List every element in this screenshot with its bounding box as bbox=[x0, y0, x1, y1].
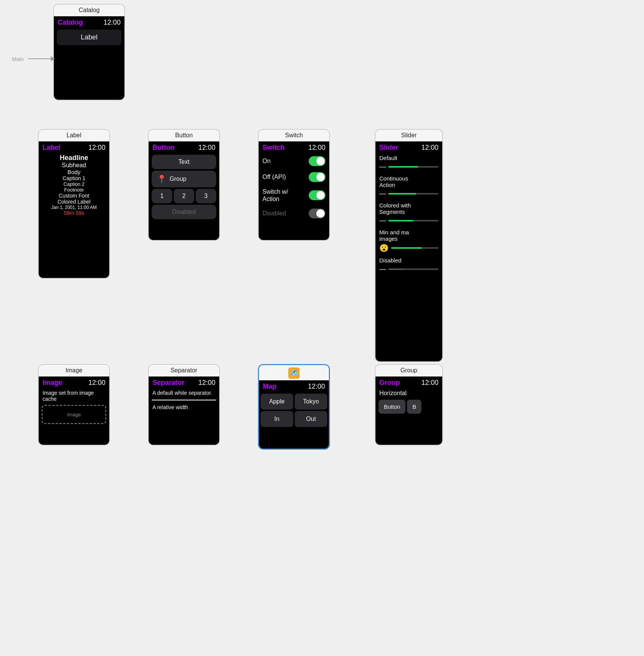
group-btn-button[interactable]: Button bbox=[379, 400, 405, 414]
catalog-label-item: Label bbox=[81, 33, 97, 41]
slider-app-name: Slider bbox=[379, 144, 398, 152]
switch-frame: Switch Switch 12:00 On Off (API) Switch … bbox=[258, 129, 330, 241]
slider-time: 12:00 bbox=[421, 144, 438, 152]
switch-on-row: On bbox=[259, 153, 329, 169]
map-time: 12:00 bbox=[308, 383, 325, 391]
switch-app-name: Switch bbox=[262, 144, 284, 152]
separator-app-name: Separator bbox=[152, 379, 184, 387]
group-time: 12:00 bbox=[421, 379, 438, 387]
image-text: Image set from image cache bbox=[39, 388, 109, 403]
label-date: Jan 1, 2001, 11:00 AM bbox=[42, 205, 105, 210]
slider-disabled-minus: — bbox=[379, 265, 386, 273]
slider-default-track[interactable] bbox=[388, 166, 438, 168]
slider-colored-row: Colored withSegments — bbox=[375, 201, 442, 228]
group-btn-row: Button B bbox=[375, 398, 442, 415]
group-title: Group bbox=[375, 365, 442, 377]
slider-minmax-row: Min and maimages 😮 bbox=[375, 228, 442, 256]
switch-off-toggle[interactable] bbox=[309, 172, 325, 182]
group-label: Horizontal bbox=[375, 388, 442, 398]
switch-on-label: On bbox=[262, 158, 270, 165]
separator-text1: A default white separator. bbox=[149, 388, 219, 397]
slider-colored-label: Colored withSegments bbox=[379, 202, 438, 215]
switch-time: 12:00 bbox=[308, 144, 325, 152]
label-colored: Colored Label bbox=[42, 199, 105, 205]
group-frame: Group Group 12:00 Horizontal Button B bbox=[375, 364, 443, 446]
button-num-2[interactable]: 2 bbox=[174, 189, 194, 203]
map-btn-in[interactable]: In bbox=[261, 411, 293, 427]
slider-colored-track[interactable] bbox=[388, 220, 438, 221]
label-app-name: Label bbox=[42, 144, 60, 152]
label-caption1: Caption 1 bbox=[42, 175, 105, 181]
slider-minmax-track[interactable] bbox=[391, 247, 438, 249]
label-timer: 59m 59s bbox=[42, 210, 105, 216]
catalog-app-name: Catalog bbox=[58, 19, 83, 27]
image-label: Image bbox=[67, 412, 81, 417]
separator-time: 12:00 bbox=[198, 379, 215, 387]
separator-frame: Separator Separator 12:00 A default whit… bbox=[148, 364, 220, 446]
button-disabled: Disabled bbox=[152, 205, 216, 219]
button-num-3[interactable]: 3 bbox=[196, 189, 216, 203]
switch-off-label: Off (API) bbox=[262, 174, 286, 180]
slider-default-minus[interactable]: — bbox=[379, 163, 386, 171]
label-headline: Headline bbox=[42, 154, 105, 162]
main-arrow-line bbox=[28, 58, 52, 59]
switch-disabled-row: Disabled bbox=[259, 206, 329, 221]
switch-action-toggle[interactable] bbox=[309, 190, 325, 200]
separator-text2: A relative width bbox=[149, 403, 219, 412]
image-app-name: Image bbox=[42, 379, 62, 387]
slider-continuous-minus[interactable]: — bbox=[379, 190, 386, 198]
slider-disabled-row: Disabled — bbox=[375, 256, 442, 276]
group-app-name: Group bbox=[379, 379, 400, 387]
button-time: 12:00 bbox=[198, 144, 215, 152]
group-btn-b[interactable]: B bbox=[407, 400, 421, 414]
slider-minmax-icon: 😮 bbox=[379, 243, 389, 253]
button-group[interactable]: 📍 Group bbox=[152, 171, 216, 187]
slider-continuous-label: ContinuousAction bbox=[379, 175, 438, 188]
main-arrow-label: Main bbox=[12, 56, 24, 62]
location-icon: 📍 bbox=[157, 174, 166, 184]
switch-action-row: Switch w/Action bbox=[259, 185, 329, 206]
image-frame: Image Image 12:00 Image set from image c… bbox=[38, 364, 110, 446]
image-title: Image bbox=[39, 365, 109, 377]
image-time: 12:00 bbox=[88, 379, 105, 387]
slider-minmax-label: Min and maimages bbox=[379, 229, 438, 242]
switch-action-label: Switch w/Action bbox=[262, 188, 288, 202]
map-frame: 🗺️ Map 12:00 Apple Tokyo In Out bbox=[258, 364, 330, 450]
slider-disabled-label: Disabled bbox=[379, 257, 438, 264]
catalog-time: 12:00 bbox=[104, 19, 121, 27]
label-subhead: Subhead bbox=[42, 162, 105, 169]
slider-colored-minus[interactable]: — bbox=[379, 217, 386, 224]
button-frame: Button Button 12:00 Text 📍 Group 1 2 3 D… bbox=[148, 129, 220, 241]
map-button-grid: Apple Tokyo In Out bbox=[259, 392, 329, 428]
switch-on-toggle[interactable] bbox=[309, 156, 325, 166]
slider-continuous-row: ContinuousAction — bbox=[375, 174, 442, 201]
map-btn-out[interactable]: Out bbox=[295, 411, 327, 427]
slider-continuous-track[interactable] bbox=[388, 193, 438, 195]
map-btn-apple[interactable]: Apple bbox=[261, 394, 293, 410]
map-btn-tokyo[interactable]: Tokyo bbox=[295, 394, 327, 410]
catalog-frame: Catalog Catalog 12:00 Label bbox=[53, 4, 125, 100]
button-num-row: 1 2 3 bbox=[152, 189, 216, 203]
label-footnote: Footnote bbox=[42, 187, 105, 193]
label-frame: Label Label 12:00 Headline Subhead Body … bbox=[38, 129, 110, 279]
slider-default-row: Default — bbox=[375, 153, 442, 174]
button-app-name: Button bbox=[152, 144, 174, 152]
switch-disabled-toggle bbox=[309, 209, 325, 218]
button-text[interactable]: Text bbox=[152, 155, 216, 169]
switch-off-row: Off (API) bbox=[259, 169, 329, 185]
main-arrow-head bbox=[51, 56, 55, 61]
slider-default-label: Default bbox=[379, 155, 438, 161]
button-group-label: Group bbox=[170, 176, 186, 182]
map-app-name: Map bbox=[263, 383, 276, 391]
label-body: Body bbox=[42, 169, 105, 175]
separator-line-white bbox=[152, 400, 216, 400]
button-num-1[interactable]: 1 bbox=[152, 189, 172, 203]
image-placeholder: Image bbox=[42, 405, 106, 424]
switch-disabled-label: Disabled bbox=[262, 210, 286, 217]
slider-disabled-track bbox=[388, 268, 438, 270]
label-caption2: Caption 2 bbox=[42, 181, 105, 187]
slider-frame: Slider Slider 12:00 Default — Continuous… bbox=[375, 129, 443, 362]
button-title: Button bbox=[149, 130, 219, 141]
label-title: Label bbox=[39, 130, 109, 141]
label-time: 12:00 bbox=[88, 144, 105, 152]
